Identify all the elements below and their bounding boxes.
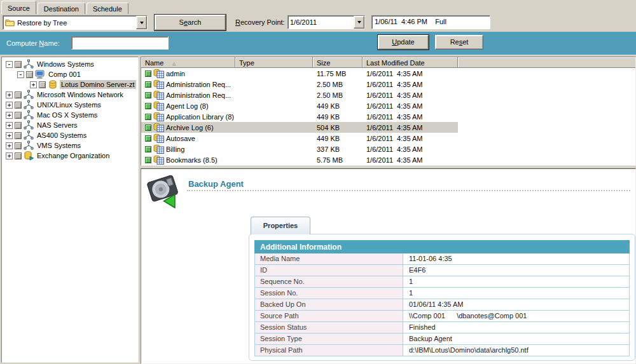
tab-source[interactable]: Source bbox=[1, 1, 36, 14]
file-checkbox[interactable] bbox=[145, 146, 151, 152]
restore-mode-value: Restore by Tree bbox=[17, 19, 67, 27]
collapse-icon[interactable]: - bbox=[17, 71, 24, 78]
hard-disk-backup-agent-icon bbox=[146, 174, 183, 208]
tree-checkbox[interactable] bbox=[39, 81, 46, 88]
tree-checkbox[interactable] bbox=[15, 122, 22, 129]
tree-item-lotus-domino-server[interactable]: + Lotus Domino Server-zt bbox=[2, 79, 138, 90]
update-button[interactable]: Update bbox=[378, 35, 429, 50]
file-size: 2.50 MB bbox=[313, 90, 363, 100]
recovery-point-label: Recovery Point: bbox=[235, 18, 285, 26]
notes-database-icon bbox=[153, 123, 164, 132]
column-header-size[interactable]: Size bbox=[313, 57, 363, 68]
file-modified: 1/6/2011 4:35 AM bbox=[363, 100, 458, 111]
file-row-agent-log[interactable]: Agent Log (8) 449 KB 1/6/2011 4:35 AM bbox=[141, 100, 458, 111]
expand-icon[interactable]: + bbox=[30, 81, 37, 88]
column-header-type[interactable]: Type bbox=[235, 57, 313, 68]
file-checkbox[interactable] bbox=[145, 125, 151, 131]
expand-icon[interactable]: + bbox=[6, 142, 13, 149]
file-modified: 1/6/2011 4:35 AM bbox=[363, 144, 458, 154]
tab-properties[interactable]: Properties bbox=[251, 217, 310, 234]
tab-schedule[interactable]: Schedule bbox=[86, 3, 128, 14]
tree-item-microsoft-windows-network[interactable]: + Microsoft Windows Network bbox=[2, 90, 138, 100]
file-row-application-library[interactable]: Application Library (8) 449 KB 1/6/2011 … bbox=[141, 111, 458, 122]
file-name: admin bbox=[166, 70, 185, 78]
file-checkbox[interactable] bbox=[145, 157, 151, 163]
chevron-down-icon bbox=[357, 21, 361, 24]
tree-checkbox[interactable] bbox=[15, 102, 22, 109]
tree-item-mac-os-x-systems[interactable]: + Mac OS X Systems bbox=[2, 110, 138, 120]
tree-checkbox[interactable] bbox=[15, 91, 22, 98]
search-button[interactable]: Search bbox=[155, 15, 226, 30]
file-row-administration-req-2[interactable]: Administration Req... 2.50 MB 1/6/2011 4… bbox=[141, 90, 458, 100]
file-name: Administration Req... bbox=[166, 91, 231, 99]
tree-checkbox[interactable] bbox=[15, 132, 22, 139]
expand-icon[interactable]: + bbox=[6, 132, 13, 139]
file-checkbox[interactable] bbox=[145, 135, 151, 142]
expand-icon[interactable]: + bbox=[6, 102, 13, 109]
property-label: Source Path bbox=[255, 311, 403, 321]
additional-information-table: Additional Information Media Name 11-01-… bbox=[254, 240, 630, 356]
notes-database-icon bbox=[153, 79, 164, 89]
restore-mode-combobox[interactable]: Restore by Tree bbox=[3, 15, 148, 30]
expand-icon[interactable]: + bbox=[6, 152, 13, 159]
source-tree-panel: - Windows Systems - Comp 001 + Lotus Dom… bbox=[1, 57, 139, 363]
table-row: Session Status Finished bbox=[254, 322, 630, 334]
tree-item-comp-001[interactable]: - Comp 001 bbox=[2, 69, 138, 79]
exchange-icon bbox=[24, 151, 34, 161]
tab-destination[interactable]: Destination bbox=[38, 3, 85, 14]
recovery-point-dropdown-button[interactable] bbox=[354, 16, 364, 29]
expand-icon[interactable]: + bbox=[6, 112, 13, 119]
tree-item-vms-systems[interactable]: + VMS Systems bbox=[2, 140, 138, 151]
file-list-header: Name ▵ Type Size Last Modified Date bbox=[141, 57, 635, 68]
file-checkbox[interactable] bbox=[145, 71, 151, 77]
expand-icon[interactable]: + bbox=[6, 91, 13, 98]
file-modified: 1/6/2011 4:35 AM bbox=[363, 68, 458, 79]
file-row-autosave[interactable]: Autosave 449 KB 1/6/2011 4:35 AM bbox=[141, 133, 458, 144]
tree-checkbox[interactable] bbox=[15, 61, 22, 68]
file-type bbox=[235, 122, 313, 133]
file-row-billing[interactable]: Billing 337 KB 1/6/2011 4:35 AM bbox=[141, 144, 458, 154]
tree-item-windows-systems[interactable]: - Windows Systems bbox=[2, 59, 138, 69]
network-icon bbox=[24, 140, 34, 151]
file-row-administration-req-1[interactable]: Administration Req... 2.50 MB 1/6/2011 4… bbox=[141, 79, 458, 90]
table-title: Additional Information bbox=[254, 240, 630, 253]
file-size: 11.75 MB bbox=[313, 68, 363, 79]
expand-icon[interactable]: + bbox=[6, 122, 13, 129]
property-label: Backed Up On bbox=[255, 299, 403, 310]
file-modified: 1/6/2011 4:35 AM bbox=[363, 122, 458, 133]
collapse-icon[interactable]: - bbox=[6, 61, 13, 68]
tree-item-unix-linux-systems[interactable]: + UNIX/Linux Systems bbox=[2, 100, 138, 110]
property-value: Finished bbox=[403, 322, 629, 333]
tree-checkbox[interactable] bbox=[15, 142, 22, 149]
column-header-name[interactable]: Name ▵ bbox=[141, 57, 235, 68]
network-icon bbox=[24, 59, 34, 69]
table-row: Sequence No. 1 bbox=[254, 276, 630, 288]
tree-checkbox[interactable] bbox=[26, 71, 33, 78]
file-row-bookmarks[interactable]: Bookmarks (8.5) 5.75 MB 1/6/2011 4:35 AM bbox=[141, 154, 458, 165]
column-header-modified[interactable]: Last Modified Date bbox=[363, 57, 458, 68]
backup-restore-window: Source Destination Schedule Restore by T… bbox=[0, 0, 636, 364]
file-type bbox=[235, 154, 313, 165]
tree-item-nas-servers[interactable]: + NAS Servers bbox=[2, 120, 138, 130]
details-title: Backup Agent bbox=[188, 179, 244, 189]
file-row-archive-log[interactable]: Archive Log (6) 504 KB 1/6/2011 4:35 AM bbox=[141, 122, 458, 133]
file-row-admin[interactable]: admin 11.75 MB 1/6/2011 4:35 AM bbox=[141, 68, 458, 79]
tree-checkbox[interactable] bbox=[15, 152, 22, 159]
folder-icon bbox=[5, 18, 15, 27]
file-checkbox[interactable] bbox=[145, 92, 151, 98]
tree-item-label: Mac OS X Systems bbox=[36, 111, 99, 119]
tree-item-label: Exchange Organization bbox=[36, 151, 111, 160]
recovery-point-combobox[interactable]: 1/6/2011 bbox=[287, 15, 365, 29]
tree-checkbox[interactable] bbox=[15, 112, 22, 119]
restore-mode-dropdown-button[interactable] bbox=[136, 16, 147, 29]
computer-name-input[interactable] bbox=[71, 36, 169, 50]
reset-button[interactable]: Reset bbox=[435, 35, 483, 50]
file-checkbox[interactable] bbox=[145, 103, 151, 109]
tree-item-exchange-organization[interactable]: + Exchange Organization bbox=[2, 151, 138, 161]
file-checkbox[interactable] bbox=[145, 114, 151, 120]
recovery-detail-field[interactable]: 1/06/11 4:46 PM Full bbox=[371, 15, 490, 29]
main-tabstrip: Source Destination Schedule bbox=[1, 1, 130, 14]
file-type bbox=[235, 144, 313, 154]
tree-item-as400-systems[interactable]: + AS400 Systems bbox=[2, 130, 138, 140]
file-checkbox[interactable] bbox=[145, 81, 151, 88]
